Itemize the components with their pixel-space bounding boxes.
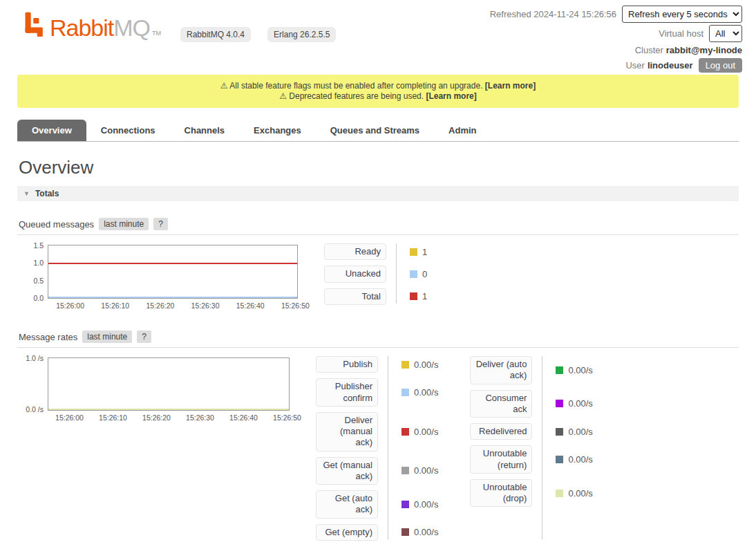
- get-auto-ack-rate-value: 0.00/s: [414, 499, 438, 510]
- main-nav-tabs: Overview Connections Channels Exchanges …: [17, 120, 739, 142]
- get-empty-legend-button[interactable]: Get (empty): [316, 524, 378, 541]
- tab-overview[interactable]: Overview: [17, 120, 86, 141]
- total-series-line: [48, 263, 297, 264]
- legend-row-unacked: Unacked 0: [324, 266, 427, 282]
- queued-messages-chart-row: 1.5 1.0 0.5 0.0 15:26:00 15:26:10 15:26:…: [17, 245, 739, 310]
- queued-range-badge[interactable]: last minute: [99, 218, 149, 230]
- total-value: 1: [422, 291, 427, 301]
- get-empty-rate-value: 0.00/s: [414, 527, 438, 537]
- legend-row-get-auto: Get (auto ack) 0.00/s: [316, 490, 438, 519]
- rabbitmq-logo[interactable]: Rabbit MQ TM: [25, 11, 161, 39]
- feature-flags-warning-text: ⚠ All stable feature flags must be enabl…: [220, 81, 483, 91]
- get-empty-swatch-icon: [401, 528, 409, 536]
- rabbitmq-version-badge: RabbitMQ 4.0.4: [180, 27, 251, 42]
- legend-row-publisher-confirm: Publisher confirm 0.00/s: [316, 378, 438, 407]
- rates-x-axis: 15:26:00 15:26:10 15:26:20 15:26:30 15:2…: [48, 411, 290, 422]
- ready-legend-button[interactable]: Ready: [324, 243, 386, 260]
- legend-row-get-empty: Get (empty) 0.00/s: [316, 524, 438, 541]
- refresh-interval-select[interactable]: Refresh every 5 seconds: [622, 6, 742, 23]
- collapse-triangle-icon: ▼: [23, 190, 30, 197]
- get-auto-ack-legend-button[interactable]: Get (auto ack): [316, 490, 378, 519]
- totals-section-toggle[interactable]: ▼ Totals: [17, 186, 739, 201]
- message-rates-header: Message rates last minute ?: [17, 331, 739, 348]
- x-tick: 15:26:50: [281, 301, 310, 310]
- version-badges: RabbitMQ 4.0.4 Erlang 26.2.5.5: [180, 27, 336, 42]
- refreshed-timestamp: Refreshed 2024-11-24 15:26:56: [490, 9, 616, 19]
- legend-divider: [388, 356, 388, 539]
- deprecated-warning-text: ⚠ Deprecated features are being used.: [279, 91, 424, 101]
- tab-admin[interactable]: Admin: [434, 120, 491, 141]
- publisher-confirm-legend-button[interactable]: Publisher confirm: [316, 378, 378, 407]
- rates-range-badge[interactable]: last minute: [82, 331, 132, 343]
- unroutable-drop-swatch-icon: [556, 490, 563, 497]
- rates-plot-area: [48, 357, 290, 411]
- legend-row-unroutable-return: Unroutable (return) 0.00/s: [470, 445, 592, 474]
- queued-x-axis: 15:26:00 15:26:10 15:26:20 15:26:30 15:2…: [48, 299, 298, 310]
- unacked-series-line: [48, 297, 297, 298]
- ready-value: 1: [422, 247, 427, 257]
- publish-legend-button[interactable]: Publish: [316, 356, 378, 373]
- get-manual-ack-swatch-icon: [401, 467, 409, 474]
- rates-y-axis: 1.0 /s 0.0 /s: [17, 357, 48, 411]
- total-legend-button[interactable]: Total: [324, 288, 386, 305]
- rates-help-badge[interactable]: ?: [137, 331, 151, 343]
- deliver-manual-ack-legend-button[interactable]: Deliver (manual ack): [316, 412, 378, 452]
- consumer-ack-rate-value: 0.00/s: [568, 398, 592, 409]
- unroutable-return-legend-button[interactable]: Unroutable (return): [470, 445, 532, 474]
- legend-row-unroutable-drop: Unroutable (drop) 0.00/s: [470, 479, 592, 508]
- tab-exchanges[interactable]: Exchanges: [239, 120, 316, 141]
- redelivered-rate-value: 0.00/s: [568, 427, 592, 437]
- publish-swatch-icon: [401, 361, 409, 369]
- publisher-confirm-rate-value: 0.00/s: [414, 387, 438, 398]
- y-tick: 1.0 /s: [26, 354, 44, 362]
- cluster-label: Cluster: [635, 45, 663, 55]
- y-tick: 0.0 /s: [26, 405, 44, 413]
- legend-row-redelivered: Redelivered 0.00/s: [470, 423, 592, 440]
- feature-flags-learn-more-link[interactable]: [Learn more]: [485, 81, 536, 91]
- get-manual-ack-legend-button[interactable]: Get (manual ack): [316, 457, 378, 485]
- legend-divider: [542, 356, 542, 539]
- tab-connections[interactable]: Connections: [86, 120, 170, 141]
- virtual-host-select[interactable]: All: [709, 25, 742, 42]
- queued-messages-chart: 1.5 1.0 0.5 0.0 15:26:00 15:26:10 15:26:…: [17, 245, 298, 310]
- x-tick: 15:26:00: [56, 301, 84, 310]
- rates-legend-left: Publish 0.00/s Publisher confirm 0.00/s …: [316, 356, 441, 541]
- deprecated-learn-more-link[interactable]: [Learn more]: [426, 91, 476, 101]
- consumer-ack-legend-button[interactable]: Consumer ack: [470, 390, 532, 418]
- unroutable-return-rate-value: 0.00/s: [568, 454, 592, 465]
- rates-legends: Publish 0.00/s Publisher confirm 0.00/s …: [316, 356, 596, 541]
- x-tick: 15:26:20: [142, 413, 171, 422]
- unroutable-return-swatch-icon: [556, 456, 563, 463]
- y-tick: 0.5: [33, 277, 44, 285]
- x-tick: 15:26:20: [146, 301, 174, 310]
- queued-plot-area: [48, 245, 298, 299]
- legend-row-consumer-ack: Consumer ack 0.00/s: [470, 390, 592, 418]
- queued-messages-header: Queued messages last minute ?: [17, 218, 739, 235]
- queued-legend: Ready 1 Unacked 0 Total 1: [324, 243, 430, 305]
- message-rates-title: Message rates: [19, 332, 77, 342]
- tab-channels[interactable]: Channels: [170, 120, 240, 141]
- x-tick: 15:26:30: [186, 413, 214, 422]
- redelivered-legend-button[interactable]: Redelivered: [470, 423, 532, 440]
- warning-banner: ⚠ All stable feature flags must be enabl…: [17, 75, 739, 108]
- logo-trademark: TM: [152, 30, 161, 37]
- tab-queues-and-streams[interactable]: Queues and Streams: [316, 120, 434, 141]
- logo-text-rabbit: Rabbit: [50, 16, 113, 39]
- queued-messages-title: Queued messages: [19, 219, 94, 230]
- unacked-swatch-icon: [410, 270, 417, 278]
- legend-divider: [396, 243, 397, 304]
- x-tick: 15:26:00: [55, 413, 84, 422]
- unacked-legend-button[interactable]: Unacked: [324, 266, 386, 282]
- legend-row-ready: Ready 1: [324, 243, 427, 260]
- unroutable-drop-legend-button[interactable]: Unroutable (drop): [470, 479, 532, 508]
- deliver-auto-ack-legend-button[interactable]: Deliver (auto ack): [470, 356, 532, 384]
- x-tick: 15:26:40: [236, 301, 265, 310]
- x-tick: 15:26:40: [229, 413, 258, 422]
- user-label: User: [625, 60, 644, 71]
- queued-help-badge[interactable]: ?: [153, 218, 168, 230]
- logout-button[interactable]: Log out: [699, 58, 742, 73]
- user-name: linodeuser: [648, 60, 693, 71]
- header-right: Refreshed 2024-11-24 15:26:56 Refresh ev…: [490, 6, 742, 73]
- rabbitmq-logo-icon: [25, 11, 46, 37]
- logo-text-mq: MQ: [113, 16, 150, 39]
